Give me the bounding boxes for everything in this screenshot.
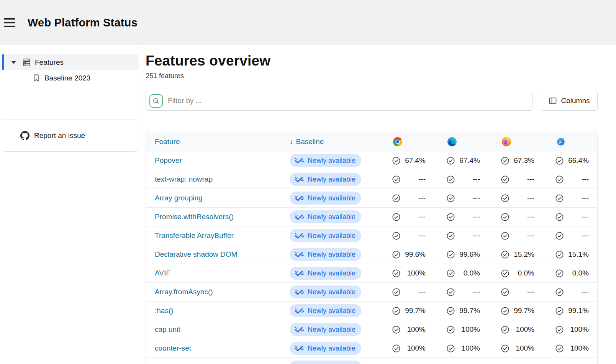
- baseline-newly-available-icon: [294, 157, 305, 164]
- baseline-badge-label: Newly available: [308, 213, 356, 221]
- edge-usage-cell: 99.6%: [434, 250, 488, 259]
- filter-input[interactable]: [168, 97, 532, 105]
- column-header-firefox[interactable]: [488, 137, 543, 147]
- available-check-icon: [446, 307, 455, 315]
- baseline-newly-available-icon: [294, 289, 305, 295]
- feature-link[interactable]: AVIF: [155, 269, 170, 277]
- baseline-status-badge: Newly available: [290, 173, 361, 186]
- usage-value: 100%: [407, 344, 426, 353]
- report-issue-label: Report an issue: [34, 131, 85, 140]
- baseline-status-badge: Newly available: [290, 342, 361, 355]
- edge-usage-cell: ---: [434, 288, 488, 297]
- edge-usage-cell: ---: [434, 213, 488, 221]
- available-check-icon: [555, 250, 564, 259]
- usage-value: 67.4%: [459, 156, 480, 165]
- menu-icon[interactable]: [4, 14, 21, 31]
- available-check-icon: [501, 288, 510, 297]
- available-check-icon: [446, 288, 455, 297]
- baseline-badge-label: Newly available: [308, 175, 356, 184]
- feature-link[interactable]: Promise.withResolvers(): [155, 213, 234, 221]
- column-header-edge[interactable]: [434, 137, 488, 147]
- feature-link[interactable]: :has(): [155, 307, 174, 315]
- usage-value: ---: [473, 175, 480, 184]
- available-check-icon: [446, 344, 455, 353]
- usage-value: 100%: [570, 325, 589, 334]
- sidebar-item-baseline-2023[interactable]: Baseline 2023: [2, 70, 138, 86]
- columns-button[interactable]: Columns: [541, 91, 598, 111]
- available-check-icon: [392, 307, 401, 315]
- available-check-icon: [501, 250, 510, 259]
- feature-link[interactable]: Array grouping: [155, 194, 203, 202]
- baseline-badge-label: Newly available: [308, 344, 356, 353]
- safari-usage-cell: ---: [543, 213, 597, 221]
- usage-value: 100%: [407, 269, 426, 277]
- available-check-icon: [555, 175, 564, 184]
- sidebar-item-features[interactable]: Features: [2, 54, 138, 70]
- baseline-badge-label: Newly available: [308, 232, 356, 240]
- edge-usage-cell: ---: [434, 231, 488, 240]
- report-issue-link[interactable]: Report an issue: [2, 120, 138, 151]
- available-check-icon: [392, 156, 401, 165]
- table-row: counter-set Newly available 100%: [146, 339, 597, 357]
- column-header-baseline[interactable]: ↓ Baseline: [290, 138, 380, 146]
- feature-link[interactable]: text-wrap: nowrap: [155, 175, 213, 183]
- firefox-usage-cell: 100%: [488, 344, 543, 353]
- columns-icon: [549, 97, 557, 104]
- usage-value: ---: [473, 213, 480, 221]
- available-check-icon: [446, 156, 455, 165]
- safari-usage-cell: 99.1%: [543, 307, 597, 315]
- feature-link[interactable]: Declarative shadow DOM: [155, 250, 237, 258]
- usage-value: 0.0%: [572, 269, 589, 277]
- filter-box[interactable]: [146, 91, 532, 111]
- usage-value: 99.7%: [405, 307, 426, 315]
- feature-link[interactable]: Array.fromAsync(): [155, 288, 213, 296]
- usage-value: ---: [418, 231, 426, 240]
- column-header-feature[interactable]: Feature: [146, 138, 290, 146]
- table-row: Declarative shadow DOM Newly available: [146, 245, 597, 264]
- usage-value: ---: [527, 288, 534, 296]
- baseline-newly-available-icon: [294, 214, 305, 220]
- table-row: AVIF Newly available 100%: [146, 264, 597, 282]
- feature-link[interactable]: counter-set: [155, 344, 191, 352]
- feature-link[interactable]: Transferable ArrayBuffer: [155, 231, 234, 239]
- baseline-newly-available-icon: [294, 345, 305, 351]
- baseline-badge-label: Newly available: [308, 269, 356, 277]
- feature-link[interactable]: cap unit: [155, 325, 180, 333]
- table-row: text-wrap: nowrap Newly available ---: [146, 170, 597, 189]
- usage-value: ---: [582, 288, 589, 296]
- column-header-safari[interactable]: [543, 137, 597, 147]
- safari-usage-cell: 100%: [543, 325, 597, 334]
- column-header-chrome[interactable]: [380, 137, 434, 147]
- usage-value: 0.0%: [464, 269, 480, 277]
- safari-usage-cell: 100%: [543, 344, 597, 353]
- chrome-icon: [393, 137, 403, 147]
- available-check-icon: [501, 231, 510, 240]
- baseline-newly-available-icon: [294, 251, 305, 257]
- available-check-icon: [446, 213, 455, 221]
- feature-count: 251 features: [146, 72, 598, 80]
- available-check-icon: [555, 213, 564, 221]
- edge-usage-cell: 0.0%: [434, 269, 488, 278]
- chrome-usage-cell: ---: [380, 175, 434, 184]
- feature-link[interactable]: Popover: [155, 156, 182, 164]
- edge-usage-cell: 100%: [434, 325, 488, 334]
- baseline-status-badge: Newly available: [290, 210, 361, 223]
- available-check-icon: [555, 269, 564, 278]
- available-check-icon: [555, 231, 564, 240]
- usage-value: 15.2%: [514, 250, 534, 259]
- columns-button-label: Columns: [561, 97, 590, 105]
- baseline-status-badge: Newly available: [290, 323, 361, 336]
- available-check-icon: [555, 194, 564, 203]
- usage-value: ---: [418, 175, 426, 184]
- chrome-usage-cell: ---: [380, 288, 434, 297]
- chrome-usage-cell: ---: [380, 194, 434, 203]
- available-check-icon: [501, 269, 510, 278]
- usage-value: 99.7%: [514, 307, 534, 315]
- table-row: cap unit Newly available 100%: [146, 320, 597, 339]
- edge-usage-cell: 100%: [434, 344, 488, 353]
- available-check-icon: [392, 269, 401, 278]
- usage-value: ---: [473, 231, 480, 240]
- usage-value: ---: [527, 194, 534, 202]
- firefox-usage-cell: 15.2%: [488, 250, 543, 259]
- baseline-newly-available-icon: [294, 195, 305, 201]
